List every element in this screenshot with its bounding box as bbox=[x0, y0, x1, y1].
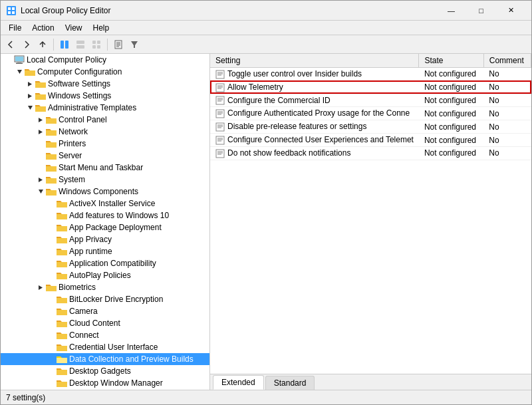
status-text: 7 setting(s) bbox=[6, 393, 45, 402]
toolbar-properties[interactable] bbox=[111, 37, 126, 52]
expand-icon-app-runtime bbox=[46, 246, 57, 257]
svg-rect-36 bbox=[216, 84, 224, 92]
tree-item-app-compat[interactable]: Application Compatibility bbox=[1, 257, 209, 269]
tree-item-network[interactable]: Network bbox=[1, 126, 209, 138]
table-row[interactable]: Configure Authenticated Proxy usage for … bbox=[210, 107, 531, 120]
svg-marker-26 bbox=[28, 106, 33, 110]
cell-state: Not configured bbox=[419, 107, 483, 120]
tree-item-data-collection[interactable]: Data Collection and Preview Builds bbox=[1, 353, 209, 365]
tree-item-software-settings[interactable]: Software Settings bbox=[1, 78, 209, 90]
cell-state: Not configured bbox=[419, 80, 483, 94]
cell-setting: Toggle user control over Insider builds bbox=[210, 68, 419, 81]
tree-item-admin-templates[interactable]: Administrative Templates bbox=[1, 102, 209, 114]
folder-icon-windows-settings bbox=[35, 90, 46, 101]
tree-item-camera[interactable]: Camera bbox=[1, 305, 209, 317]
tree-item-bitlocker[interactable]: BitLocker Drive Encryption bbox=[1, 293, 209, 305]
expand-icon-printers bbox=[35, 138, 46, 149]
tree-item-control-panel[interactable]: Control Panel bbox=[1, 114, 209, 126]
tree-item-server[interactable]: Server bbox=[1, 150, 209, 162]
svg-marker-30 bbox=[39, 190, 43, 194]
folder-icon-system bbox=[46, 174, 57, 185]
table-row[interactable]: Toggle user control over Insider buildsN… bbox=[210, 68, 531, 81]
folder-icon-server bbox=[46, 150, 57, 161]
main-content: Local Computer PolicyComputer Configurat… bbox=[1, 54, 531, 390]
toolbar-view2[interactable] bbox=[89, 37, 104, 52]
tree-item-app-runtime[interactable]: App runtime bbox=[1, 245, 209, 257]
tree-item-desktop-wm[interactable]: Desktop Window Manager bbox=[1, 377, 209, 389]
close-button[interactable]: ✕ bbox=[496, 1, 526, 21]
folder-icon-camera bbox=[57, 306, 67, 317]
toolbar-show-hide[interactable] bbox=[57, 37, 72, 52]
toolbar-back[interactable] bbox=[3, 37, 18, 52]
expand-icon-server bbox=[35, 150, 46, 161]
table-row[interactable]: Allow TelemetryNot configuredNo bbox=[210, 80, 531, 94]
folder-icon-activex bbox=[57, 198, 67, 209]
col-state[interactable]: State bbox=[419, 54, 483, 68]
title-bar: Local Group Policy Editor — □ ✕ bbox=[1, 1, 531, 21]
col-setting[interactable]: Setting bbox=[210, 54, 419, 68]
menu-help[interactable]: Help bbox=[88, 22, 115, 34]
cell-state: Not configured bbox=[419, 146, 483, 160]
menu-action[interactable]: Action bbox=[27, 22, 59, 34]
tree-item-windows-settings[interactable]: Windows Settings bbox=[1, 90, 209, 102]
svg-rect-22 bbox=[16, 63, 23, 65]
tree-item-autoplay[interactable]: AutoPlay Policies bbox=[1, 269, 209, 281]
expand-icon-bitlocker bbox=[46, 294, 57, 305]
tab-standard[interactable]: Standard bbox=[265, 376, 315, 390]
folder-icon-credential-ui bbox=[57, 342, 67, 352]
toolbar-forward[interactable] bbox=[19, 37, 34, 52]
tree-label-cloud-content: Cloud Content bbox=[69, 319, 120, 328]
tab-extended[interactable]: Extended bbox=[213, 375, 264, 390]
tree-item-app-package[interactable]: App Package Deployment bbox=[1, 221, 209, 233]
tree-item-activex[interactable]: ActiveX Installer Service bbox=[1, 198, 209, 209]
tree-label-desktop-gadgets: Desktop Gadgets bbox=[69, 366, 131, 376]
tree-item-credential-ui[interactable]: Credential User Interface bbox=[1, 341, 209, 353]
table-row[interactable]: Configure the Commercial IDNot configure… bbox=[210, 94, 531, 107]
tree-item-start-menu[interactable]: Start Menu and Taskbar bbox=[1, 162, 209, 174]
cell-state: Not configured bbox=[419, 68, 483, 81]
tree-label-start-menu: Start Menu and Taskbar bbox=[59, 163, 143, 172]
folder-icon-add-features bbox=[57, 210, 67, 221]
cell-setting: Disable pre-release features or settings bbox=[210, 120, 419, 134]
tree-item-desktop-gadgets[interactable]: Desktop Gadgets bbox=[1, 365, 209, 377]
expand-icon-system bbox=[35, 174, 46, 185]
toolbar-filter[interactable] bbox=[127, 37, 142, 52]
tree-item-add-features[interactable]: Add features to Windows 10 bbox=[1, 209, 209, 221]
tree-item-app-privacy[interactable]: App Privacy bbox=[1, 233, 209, 245]
expand-icon-connect bbox=[46, 330, 57, 340]
tree-item-local-computer-policy[interactable]: Local Computer Policy bbox=[1, 54, 209, 66]
toolbar-sep-1 bbox=[53, 39, 54, 51]
toolbar-view1[interactable] bbox=[73, 37, 88, 52]
minimize-button[interactable]: — bbox=[436, 1, 466, 21]
maximize-button[interactable]: □ bbox=[466, 1, 496, 21]
expand-icon-windows-components bbox=[35, 186, 46, 197]
cell-comment: No bbox=[483, 94, 531, 107]
cell-setting: Do not show feedback notifications bbox=[210, 146, 419, 160]
table-row[interactable]: Disable pre-release features or settings… bbox=[210, 120, 531, 134]
expand-icon-credential-ui bbox=[46, 342, 57, 352]
col-comment[interactable]: Comment bbox=[483, 54, 531, 68]
tree-item-printers[interactable]: Printers bbox=[1, 138, 209, 150]
table-row[interactable]: Configure Connected User Experiences and… bbox=[210, 134, 531, 147]
tree-item-computer-config[interactable]: Computer Configuration bbox=[1, 66, 209, 78]
svg-rect-5 bbox=[61, 41, 64, 49]
tree-item-system[interactable]: System bbox=[1, 174, 209, 186]
menu-view[interactable]: View bbox=[60, 22, 88, 34]
tree-item-biometrics[interactable]: Biometrics bbox=[1, 281, 209, 293]
tree-item-windows-components[interactable]: Windows Components bbox=[1, 186, 209, 198]
menu-file[interactable]: File bbox=[3, 22, 27, 34]
cell-setting: Configure the Commercial ID bbox=[210, 94, 419, 107]
tree-item-connect[interactable]: Connect bbox=[1, 329, 209, 341]
tree-item-cloud-content[interactable]: Cloud Content bbox=[1, 317, 209, 329]
tree-scroll[interactable]: Local Computer PolicyComputer Configurat… bbox=[1, 54, 209, 390]
expand-icon-add-features bbox=[46, 210, 57, 221]
svg-rect-6 bbox=[65, 41, 68, 49]
expand-icon-admin-templates bbox=[25, 102, 35, 113]
toolbar-up[interactable] bbox=[35, 37, 50, 52]
svg-rect-10 bbox=[97, 41, 100, 44]
tree-label-computer-config: Computer Configuration bbox=[37, 67, 122, 76]
tree-label-admin-templates: Administrative Templates bbox=[48, 103, 136, 112]
expand-icon-data-collection bbox=[46, 354, 57, 364]
cell-comment: No bbox=[483, 134, 531, 147]
table-row[interactable]: Do not show feedback notificationsNot co… bbox=[210, 146, 531, 160]
